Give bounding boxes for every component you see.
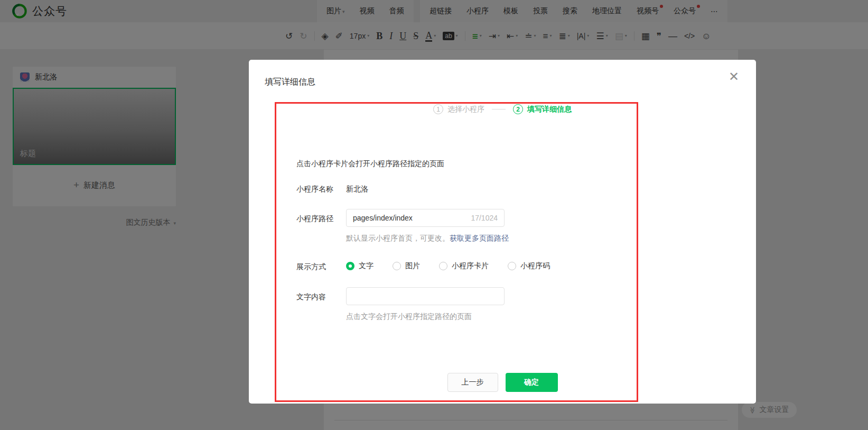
mini-program-detail-dialog: 填写详细信息 ✕ 1 选择小程序 2 填写详细信息 点击小程序卡片会打开小程序路…	[249, 60, 756, 404]
radio-icon	[508, 262, 516, 270]
path-input[interactable]	[353, 214, 466, 222]
confirm-button[interactable]: 确定	[506, 373, 558, 392]
display-mode-label: 展示方式	[296, 262, 326, 272]
annotation-red-box	[275, 102, 638, 402]
radio-mini-program-card[interactable]: 小程序卡片	[439, 261, 489, 271]
mini-program-path-field[interactable]: 17/1024	[346, 209, 505, 227]
radio-text[interactable]: 文字	[346, 261, 374, 271]
text-content-label: 文字内容	[296, 292, 326, 302]
step-connector	[492, 109, 506, 109]
mini-program-path-label: 小程序路径	[296, 214, 333, 224]
text-content-input[interactable]	[353, 288, 498, 305]
step-2-number: 2	[513, 104, 523, 114]
radio-mini-program-code[interactable]: 小程序码	[508, 261, 550, 271]
step-1-label: 选择小程序	[447, 105, 484, 114]
get-more-paths-link[interactable]: 获取更多页面路径	[450, 234, 509, 242]
step-1-number: 1	[433, 104, 443, 114]
step-2-fill-details: 2 填写详细信息	[513, 104, 572, 114]
path-help-text: 默认显示小程序首页，可更改。获取更多页面路径	[346, 234, 509, 243]
dialog-title: 填写详细信息	[265, 77, 315, 88]
display-mode-options: 文字 图片 小程序卡片 小程序码	[346, 261, 550, 271]
text-content-note: 点击文字会打开小程序指定路径的页面	[346, 312, 472, 322]
step-2-label: 填写详细信息	[527, 105, 572, 114]
text-content-field[interactable]	[346, 287, 505, 305]
dialog-footer: 上一步 确定	[249, 373, 756, 392]
radio-icon	[393, 262, 401, 270]
mini-program-name-label: 小程序名称	[296, 185, 333, 194]
step-indicator: 1 选择小程序 2 填写详细信息	[249, 104, 756, 114]
previous-step-button[interactable]: 上一步	[447, 373, 498, 392]
radio-selected-icon	[346, 262, 354, 270]
dialog-intro-text: 点击小程序卡片会打开小程序路径指定的页面	[296, 159, 444, 169]
step-1-select-mini-program: 1 选择小程序	[433, 104, 484, 114]
mini-program-name-value: 新北洛	[346, 185, 368, 194]
radio-icon	[439, 262, 447, 270]
char-counter: 17/1024	[471, 214, 498, 222]
close-icon[interactable]: ✕	[729, 70, 739, 83]
radio-image[interactable]: 图片	[393, 261, 420, 271]
